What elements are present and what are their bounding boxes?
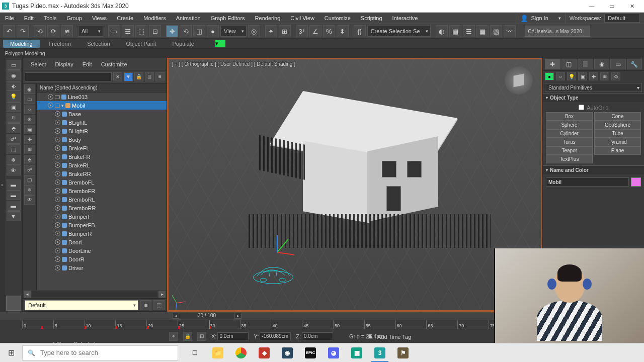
- motion-tab[interactable]: ◉: [594, 59, 610, 69]
- cam-subtab[interactable]: ▣: [578, 72, 587, 80]
- edit-selection-button[interactable]: {}: [354, 25, 366, 37]
- tree-item-doorr[interactable]: DoorR: [37, 255, 167, 263]
- visibility-icon[interactable]: [55, 179, 60, 185]
- visibility-icon[interactable]: [55, 231, 60, 236]
- layer-dropdown[interactable]: Default: [25, 300, 138, 310]
- workspace-dropdown[interactable]: Default: [604, 14, 640, 23]
- menu-graph-editors[interactable]: Graph Editors: [206, 13, 250, 24]
- explorer-tab-display[interactable]: Display: [55, 61, 73, 67]
- selection-set-dropdown[interactable]: Create Selection Se: [367, 26, 431, 37]
- menu-civil-view[interactable]: Civil View: [285, 13, 319, 24]
- hierarchy-tab[interactable]: ☰: [578, 59, 593, 69]
- tree-item-brakefl[interactable]: BrakeFL: [37, 144, 167, 152]
- create-tab[interactable]: ✚: [545, 59, 560, 69]
- visibility-icon[interactable]: [55, 162, 60, 168]
- select-name-button[interactable]: ☰: [122, 25, 134, 37]
- explorer-tab-edit[interactable]: Edit: [83, 61, 92, 67]
- spinner-snap-button[interactable]: ⬍: [337, 25, 349, 37]
- visibility-icon[interactable]: [55, 197, 60, 202]
- geom-subtab[interactable]: ●: [545, 72, 554, 80]
- menu-create[interactable]: Create: [112, 13, 138, 24]
- tree-item-bumperr[interactable]: BumperR: [37, 229, 167, 238]
- tree-item-bremborl[interactable]: BremboRL: [37, 195, 167, 204]
- ex-shape[interactable]: ○: [24, 105, 35, 114]
- pivot-button[interactable]: ◎: [248, 25, 260, 37]
- visibility-icon[interactable]: [55, 205, 60, 211]
- primitive-box[interactable]: Box: [546, 112, 593, 121]
- refcoord-dropdown[interactable]: View: [220, 26, 247, 37]
- scale-button[interactable]: ◫: [193, 25, 205, 37]
- tree-item-bremborr[interactable]: BremboRR: [37, 204, 167, 212]
- viewport[interactable]: [ + ] [ Orthographic ] [ User Defined ] …: [167, 58, 542, 312]
- primitive-teapot[interactable]: Teapot: [546, 146, 593, 155]
- explorer-tree[interactable]: Name (Sorted Ascending) Line013▾MobilBas…: [37, 83, 167, 290]
- undo-button[interactable]: ↶: [3, 25, 15, 37]
- primitive-geosphere[interactable]: GeoSphere: [594, 121, 641, 129]
- tree-item-bumperfb[interactable]: BumperFB: [37, 221, 167, 229]
- bind-button[interactable]: ≋: [61, 25, 73, 37]
- select-object-button[interactable]: ▭: [108, 25, 120, 37]
- category-dropdown[interactable]: Standard Primitives: [545, 83, 642, 92]
- ribbon-tab-modeling[interactable]: Modeling: [3, 40, 40, 48]
- primitive-torus[interactable]: Torus: [546, 138, 593, 146]
- taskbar-search[interactable]: 🔍: [22, 345, 178, 360]
- start-button[interactable]: ⊞: [0, 343, 22, 362]
- visibility-icon[interactable]: [55, 188, 60, 194]
- ex-helper[interactable]: ✚: [24, 135, 35, 144]
- taskbar-search-input[interactable]: [40, 349, 173, 356]
- tree-item-base[interactable]: Base: [37, 110, 167, 118]
- maximize-button[interactable]: ▭: [602, 1, 622, 12]
- viewport-label[interactable]: [ + ] [ Orthographic ] [ User Defined ] …: [172, 61, 295, 67]
- rotate-button[interactable]: ⟲: [180, 25, 192, 37]
- display-tab[interactable]: ▭: [610, 59, 626, 69]
- tree-item-driver[interactable]: Driver: [37, 263, 167, 272]
- task-view-button[interactable]: ☐: [183, 343, 206, 362]
- ex-bone[interactable]: ☍: [24, 165, 35, 174]
- primitive-tube[interactable]: Tube: [594, 129, 641, 138]
- tree-item-doorline[interactable]: DoorLine: [37, 246, 167, 255]
- project-path[interactable]: C:\Users\a...s Max 2020: [525, 26, 590, 37]
- explorer-search-clear[interactable]: ✕: [113, 72, 122, 81]
- app-red[interactable]: ◆: [253, 343, 276, 362]
- steam-app[interactable]: ◉: [276, 343, 299, 362]
- name-color-rollout[interactable]: Name and Color: [543, 165, 644, 174]
- menu-views[interactable]: Views: [87, 13, 112, 24]
- camera-tool[interactable]: ▣: [7, 102, 21, 112]
- ex-hid[interactable]: 👁: [24, 195, 35, 205]
- shape-subtab[interactable]: ○: [556, 72, 565, 80]
- hierarchy-tool[interactable]: ⬖: [7, 81, 21, 91]
- epic-app[interactable]: EPIC: [299, 343, 322, 362]
- primitive-pyramid[interactable]: Pyramid: [594, 138, 641, 146]
- file-explorer-app[interactable]: 📁: [206, 343, 229, 362]
- ex-froz[interactable]: ❄: [24, 185, 35, 195]
- flyout-strip[interactable]: ▸: [0, 58, 5, 312]
- explorer-opt2-button[interactable]: ≡: [155, 72, 165, 81]
- light-subtab[interactable]: 💡: [567, 72, 576, 80]
- menu-edit[interactable]: Edit: [19, 13, 39, 24]
- visibility-icon[interactable]: [55, 137, 60, 142]
- modify-tab[interactable]: ◫: [561, 59, 577, 69]
- selection-filter-dropdown[interactable]: All: [78, 26, 103, 37]
- tree-item-brembofl[interactable]: BremboFL: [37, 178, 167, 187]
- minimize-button[interactable]: —: [582, 1, 602, 12]
- keyframe[interactable]: [146, 326, 148, 329]
- isolate-button[interactable]: ⊡: [197, 332, 206, 341]
- ex-cam[interactable]: ▣: [24, 125, 35, 134]
- frame-label[interactable]: 30 / 100: [179, 313, 234, 319]
- tree-item-line013[interactable]: Line013: [37, 93, 167, 101]
- primitive-sphere[interactable]: Sphere: [546, 121, 593, 129]
- visibility-icon[interactable]: [55, 145, 60, 151]
- primitive-cone[interactable]: Cone: [594, 112, 641, 121]
- ribbon-tab-selection[interactable]: Selection: [80, 40, 117, 48]
- warp-subtab[interactable]: ≋: [600, 72, 609, 80]
- freeze-icon[interactable]: [55, 95, 60, 99]
- visibility-icon[interactable]: [55, 248, 60, 253]
- container-tool[interactable]: ⬚: [7, 144, 21, 154]
- explorer-hscroll[interactable]: ◂▸: [23, 290, 167, 298]
- filter-tool[interactable]: ▼: [7, 211, 21, 221]
- mirror-button[interactable]: ◐: [436, 25, 448, 37]
- freeze-tool[interactable]: ❄: [7, 155, 21, 165]
- menu-file[interactable]: File: [0, 13, 19, 24]
- tree-item-brakerr[interactable]: BrakeRR: [37, 169, 167, 178]
- app-misc[interactable]: ⚑: [391, 343, 415, 362]
